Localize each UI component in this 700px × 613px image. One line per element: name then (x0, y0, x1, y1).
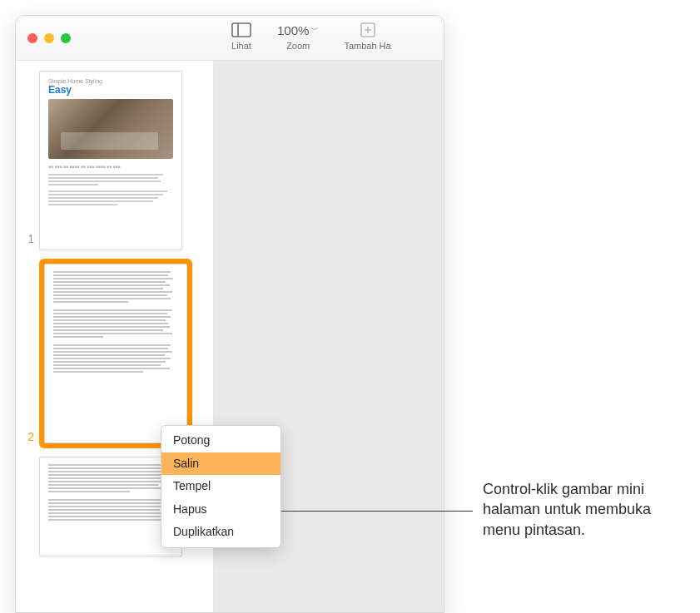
zoom-button[interactable]: 100% ﹀ Zoom (277, 21, 319, 51)
thumb-placeholder-text (48, 174, 173, 185)
window-controls (27, 33, 71, 43)
svg-rect-0 (232, 23, 251, 37)
callout-text: Control-klik gambar mini halaman untuk m… (483, 479, 674, 540)
thumb-placeholder-text (48, 190, 173, 205)
context-menu-paste[interactable]: Tempel (161, 475, 280, 498)
plus-icon (357, 21, 379, 39)
thumbnail-row-2-selected[interactable]: 2 (19, 259, 206, 448)
page-thumbnail-1[interactable]: Simple Home Styling Easy ■■ ■■■ ■■ ■■■■ … (39, 71, 182, 250)
thumb-caption: ■■ ■■■ ■■ ■■■■ ■■ ■■■ ■■■■ ■■ ■■■ (48, 164, 173, 169)
view-button[interactable]: Lihat (231, 21, 252, 51)
thumb-heading-large: Easy (48, 84, 173, 96)
zoom-value: 100% (277, 23, 309, 37)
thumb-placeholder-text (53, 271, 178, 303)
view-label: Lihat (231, 41, 251, 51)
add-page-label: Tambah Ha (344, 41, 390, 51)
thumb-placeholder-text (53, 309, 178, 338)
context-menu-copy[interactable]: Salin (161, 452, 280, 476)
add-page-button[interactable]: Tambah Ha (344, 21, 390, 51)
page-thumbnail-2[interactable] (44, 264, 187, 443)
chevron-down-icon: ﹀ (310, 24, 319, 36)
thumb-placeholder-text (48, 499, 173, 521)
page-number-1: 1 (19, 232, 39, 250)
thumb-heading-small: Simple Home Styling (48, 78, 173, 84)
titlebar: Lihat 100% ﹀ Zoom Tambah Ha (16, 16, 444, 61)
context-menu-duplicate[interactable]: Duplikatkan (161, 521, 280, 544)
fullscreen-window-button[interactable] (61, 33, 71, 43)
thumb-selection-highlight (39, 259, 192, 448)
thumb-photo-icon (48, 99, 173, 159)
sidebar-view-icon (231, 21, 252, 39)
toolbar: Lihat 100% ﹀ Zoom Tambah Ha (231, 21, 391, 51)
thumb-placeholder-text (53, 344, 178, 373)
zoom-value-display: 100% ﹀ (277, 21, 319, 39)
context-menu-cut[interactable]: Potong (161, 429, 280, 452)
minimize-window-button[interactable] (44, 33, 54, 43)
thumb-wrap: Simple Home Styling Easy ■■ ■■■ ■■ ■■■■ … (39, 71, 182, 250)
thumbnail-row-1[interactable]: 1 Simple Home Styling Easy ■■ ■■■ ■■ ■■■… (19, 71, 206, 250)
context-menu: Potong Salin Tempel Hapus Duplikatkan (161, 425, 281, 548)
context-menu-delete[interactable]: Hapus (161, 498, 280, 522)
page-number-2: 2 (19, 430, 39, 448)
thumb-placeholder-text (48, 464, 173, 492)
zoom-label: Zoom (286, 41, 310, 51)
page-number-3 (19, 551, 39, 556)
close-window-button[interactable] (27, 33, 37, 43)
